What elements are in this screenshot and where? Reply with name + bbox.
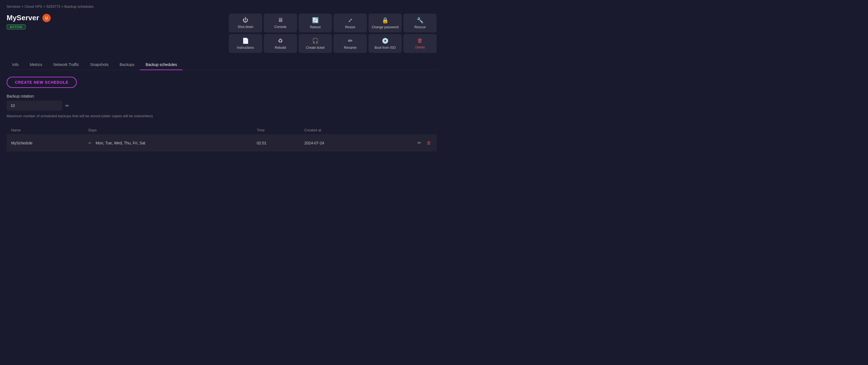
delete-label: Delete [415, 45, 425, 49]
table-row: MySchedule ✏ Mon, Tue, Wed, Thu, Fri, Sa… [7, 135, 437, 151]
boot-from-iso-button[interactable]: 💿 Boot from ISO [369, 34, 402, 53]
tab-info[interactable]: Info [7, 60, 24, 70]
create-new-schedule-button[interactable]: CREATE NEW SCHEDULE [7, 77, 77, 88]
tab-metrics[interactable]: Metrics [24, 60, 48, 70]
col-time: Time [252, 126, 300, 135]
rebuild-icon: ♻ [278, 37, 283, 44]
console-button[interactable]: 🖥 Console [264, 13, 297, 32]
schedule-row-actions: ✏ 🗑 [373, 135, 437, 151]
rename-button[interactable]: ✏ Rename [334, 34, 367, 53]
rescue-button[interactable]: 🔧 Rescue [403, 13, 437, 32]
create-ticket-label: Create ticket [306, 46, 324, 50]
rescue-label: Rescue [414, 25, 426, 29]
breadcrumb-server-id[interactable]: 5203773 [46, 4, 60, 8]
schedule-time: 02:01 [252, 135, 300, 151]
tab-snapshots[interactable]: Snapshots [85, 60, 114, 70]
action-buttons: ⏻ Shut down 🖥 Console 🔄 Reboot ⤢ Resize … [229, 13, 437, 53]
server-name: MyServer [7, 13, 39, 22]
tab-backups[interactable]: Backups [114, 60, 140, 70]
reboot-label: Reboot [310, 25, 321, 29]
col-created-at: Created at [300, 126, 373, 135]
rotation-input[interactable] [7, 101, 62, 111]
tab-network-traffic[interactable]: Network Traffic [48, 60, 85, 70]
instructions-button[interactable]: 📄 Instructions [229, 34, 262, 53]
rename-label: Rename [344, 46, 356, 50]
rename-icon: ✏ [348, 37, 353, 44]
header-row: MyServer U ACTIVE ⏻ Shut down 🖥 Console … [7, 13, 437, 53]
breadcrumb-services[interactable]: Services [7, 4, 21, 8]
rebuild-button[interactable]: ♻ Rebuild [264, 34, 297, 53]
rescue-icon: 🔧 [417, 17, 424, 24]
tabs-row: Info Metrics Network Traffic Snapshots B… [7, 60, 437, 70]
rotation-hint: Maximum number of scheduled backups that… [7, 114, 437, 118]
boot-from-iso-icon: 💿 [382, 37, 389, 44]
resize-button[interactable]: ⤢ Resize [334, 13, 367, 32]
change-password-icon: 🔒 [382, 17, 389, 24]
status-badge: ACTIVE [7, 24, 26, 29]
server-name-row: MyServer U [7, 13, 51, 22]
backup-rotation-label: Backup rotation: [7, 94, 437, 98]
shutdown-icon: ⏻ [243, 17, 248, 23]
breadcrumb-cloud-vps[interactable]: Cloud VPS [25, 4, 42, 8]
server-info: MyServer U ACTIVE [7, 13, 51, 29]
rotation-edit-button[interactable]: ✏ [64, 102, 70, 110]
reboot-icon: 🔄 [312, 17, 319, 24]
create-ticket-button[interactable]: 🎧 Create ticket [299, 34, 332, 53]
create-ticket-icon: 🎧 [312, 37, 319, 44]
shutdown-button[interactable]: ⏻ Shut down [229, 13, 262, 32]
tab-backup-schedules[interactable]: Backup schedules [140, 60, 183, 70]
breadcrumb: Services > Cloud VPS > 5203773 > Backup … [7, 4, 437, 8]
rebuild-label: Rebuild [275, 46, 286, 50]
schedule-days: Mon, Tue, Wed, Thu, Fri, Sat [96, 141, 145, 145]
schedule-edit-inline-icon[interactable]: ✏ [88, 141, 92, 145]
console-icon: 🖥 [278, 17, 283, 23]
instructions-icon: 📄 [242, 37, 249, 44]
change-password-button[interactable]: 🔒 Change password [369, 13, 402, 32]
schedule-row-delete-button[interactable]: 🗑 [426, 139, 432, 147]
shutdown-label: Shut down [238, 25, 253, 29]
schedule-table: Name Days Time Created at MySchedule ✏ M… [7, 126, 437, 151]
resize-icon: ⤢ [348, 17, 353, 24]
schedule-row-edit-button[interactable]: ✏ [416, 139, 422, 147]
col-actions [373, 126, 437, 135]
delete-icon: 🗑 [417, 37, 423, 44]
rotation-input-row: ✏ [7, 101, 437, 111]
schedule-days-cell: ✏ Mon, Tue, Wed, Thu, Fri, Sat [84, 135, 252, 151]
col-days: Days [84, 126, 252, 135]
schedule-name: MySchedule [7, 135, 84, 151]
schedule-created-at: 2024-07-24 [300, 135, 373, 151]
change-password-label: Change password [372, 25, 399, 29]
col-name: Name [7, 126, 84, 135]
resize-label: Resize [345, 25, 355, 29]
delete-button[interactable]: 🗑 Delete [403, 34, 437, 53]
breadcrumb-current: Backup schedules [65, 4, 94, 8]
reboot-button[interactable]: 🔄 Reboot [299, 13, 332, 32]
ubuntu-icon: U [42, 14, 51, 22]
console-label: Console [274, 25, 286, 29]
instructions-label: Instructions [237, 46, 254, 50]
boot-from-iso-label: Boot from ISO [375, 46, 396, 50]
